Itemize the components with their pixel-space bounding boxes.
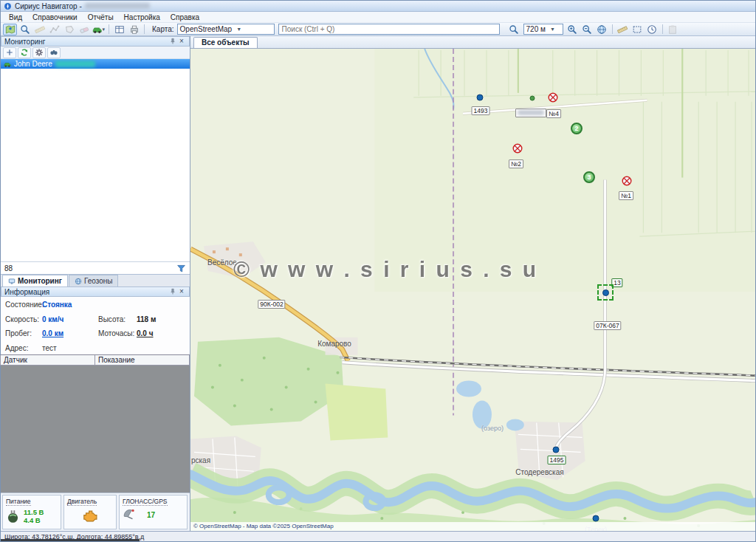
map-provider-select[interactable]: OpenStreetMap▼ — [177, 24, 275, 35]
map-attribution: © OpenStreetMap - Map data ©2025 OpenStr… — [190, 522, 755, 531]
map-object-dot[interactable] — [477, 95, 484, 101]
vehicle-tool-button[interactable]: ▾ — [92, 24, 106, 35]
track-object-button[interactable] — [47, 47, 61, 58]
vehicle-label: John Deere — [14, 60, 52, 68]
table-view-button[interactable] — [112, 24, 126, 35]
address-value: тест — [42, 344, 185, 352]
pushpin-icon — [169, 288, 176, 295]
close-panel-button[interactable]: × — [177, 287, 186, 296]
toolbar-separator — [109, 24, 109, 34]
map-canvas[interactable]: 1493 №4 2 №2 3 №1 13 07К-067 90К-002 Вес… — [190, 49, 755, 531]
menu-vid[interactable]: Вид — [4, 13, 27, 22]
globe-icon — [75, 278, 82, 285]
menu-spravochniki[interactable]: Справочники — [27, 13, 83, 22]
map-object-dot[interactable] — [553, 447, 560, 453]
main-toolbar: ▾ Карта: OpenStreetMap▼ 720 м▼ — [1, 23, 755, 36]
sensor-table-body — [1, 366, 190, 493]
road-sign-07k067: 07К-067 — [594, 321, 621, 330]
measure-button[interactable] — [616, 24, 630, 35]
world-view-button[interactable] — [595, 24, 609, 35]
speed-value: 0 км/ч — [42, 315, 98, 323]
close-icon: × — [179, 288, 184, 295]
map-marker-crossed[interactable] — [548, 92, 558, 104]
filter-input[interactable] — [3, 264, 174, 272]
info-panel-title: Информация — [4, 288, 49, 296]
map-icon — [5, 24, 16, 35]
sensor-col-name: Датчик — [0, 355, 95, 366]
status-widgets: Питание 11.5 В 4.4 В Двигатель — [1, 493, 190, 531]
place-label-veseloe: Весёлое — [207, 258, 237, 267]
altitude-value: 118 м — [137, 315, 185, 323]
add-object-button[interactable] — [3, 47, 16, 58]
search-input[interactable] — [278, 24, 500, 35]
map-object-dot[interactable] — [530, 96, 535, 101]
polyline-tool-button[interactable] — [47, 24, 61, 35]
clipboard-button[interactable] — [666, 24, 680, 35]
place-label-cut: рская — [191, 456, 210, 464]
menu-spravka[interactable]: Справка — [165, 13, 205, 22]
road-sign-1493: 1493 — [472, 106, 490, 115]
window-title-redacted — [85, 3, 150, 9]
menu-nastroika[interactable]: Настройка — [119, 13, 165, 22]
zoom-select-button[interactable] — [507, 24, 521, 35]
power-widget-title: Питание — [6, 498, 31, 506]
road-sign-1495: 1495 — [548, 456, 566, 464]
history-button[interactable] — [645, 24, 659, 35]
toolbar-separator — [662, 24, 663, 34]
place-label-komarovo: Комарово — [317, 340, 351, 348]
vehicle-row-selected[interactable]: John Deere — [1, 59, 190, 69]
select-area-icon — [632, 24, 642, 35]
cluster-badge[interactable]: 2 — [571, 123, 583, 134]
vehicle-tree: John Deere — [1, 59, 190, 261]
pushpin-icon — [169, 38, 176, 45]
gps-widget-title: ГЛОНАСС/GPS — [123, 498, 168, 506]
print-button[interactable] — [127, 24, 141, 35]
settings-button[interactable] — [32, 47, 46, 58]
vehicle-id-redacted — [55, 61, 95, 67]
monitoring-panel-title: Мониторинг — [4, 38, 45, 46]
close-panel-button[interactable]: × — [177, 37, 186, 46]
pin-panel-button[interactable] — [168, 287, 177, 296]
filter-row — [1, 261, 190, 274]
tab-monitoring[interactable]: Мониторинг — [2, 275, 68, 287]
gps-satellite-count: 17 — [147, 511, 155, 519]
map-mode-button[interactable] — [3, 24, 17, 35]
hours-value[interactable]: 0.0 ч — [137, 329, 185, 337]
search-button[interactable] — [18, 24, 32, 35]
printer-icon — [129, 24, 140, 35]
map-label-redacted — [515, 109, 546, 117]
select-area-button[interactable] — [630, 24, 645, 35]
tab-geozones[interactable]: Геозоны — [69, 275, 119, 287]
state-label: Состояние: — [5, 301, 42, 309]
zoom-in-button[interactable] — [566, 24, 580, 35]
map-area: Все объекты — [190, 36, 755, 531]
clipboard-icon — [667, 24, 678, 35]
menu-otchety[interactable]: Отчёты — [83, 13, 119, 22]
main-area: Мониторинг × John Deere — [1, 36, 755, 531]
map-object-dot[interactable] — [593, 515, 599, 522]
monitoring-toolbar — [1, 47, 190, 59]
close-icon: × — [179, 38, 184, 45]
vehicle-icon — [4, 61, 11, 68]
chevron-down-icon: ▾ — [102, 27, 105, 32]
cluster-badge[interactable]: 3 — [583, 171, 595, 183]
ruler-tool-button[interactable] — [32, 24, 47, 35]
marker-label-n2: №2 — [509, 159, 523, 168]
refresh-button[interactable] — [18, 47, 31, 58]
eraser-tool-button[interactable] — [77, 24, 91, 35]
engine-widget: Двигатель — [63, 495, 117, 529]
pin-panel-button[interactable] — [168, 37, 177, 46]
filter-button[interactable] — [174, 263, 188, 274]
water-label-ozero: (озеро) — [481, 425, 504, 432]
power-icon — [6, 510, 20, 524]
selected-object-marker[interactable] — [597, 284, 614, 301]
tab-all-objects[interactable]: Все объекты — [193, 37, 258, 48]
map-scale-select[interactable]: 720 м▼ — [523, 24, 563, 35]
zoom-out-button[interactable] — [580, 24, 594, 35]
map-marker-crossed[interactable] — [622, 176, 632, 188]
polygon-tool-button[interactable] — [62, 24, 76, 35]
mileage-value[interactable]: 0.0 км — [42, 329, 98, 337]
funnel-icon — [176, 264, 186, 273]
menubar: Вид Справочники Отчёты Настройка Справка — [1, 12, 755, 23]
map-marker-crossed[interactable] — [512, 143, 523, 155]
